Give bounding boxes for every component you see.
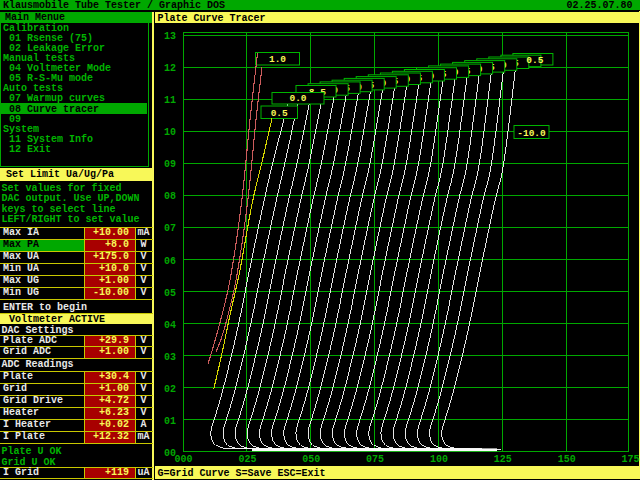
svg-text:025: 025 [238,454,256,465]
svg-text:01: 01 [164,416,176,427]
svg-text:0.5: 0.5 [526,55,543,66]
svg-text:06: 06 [164,256,176,267]
svg-text:050: 050 [302,454,320,465]
svg-text:02: 02 [164,384,176,395]
svg-text:075: 075 [366,454,384,465]
svg-text:0.0: 0.0 [289,93,306,104]
svg-text:1.0: 1.0 [269,54,286,65]
svg-text:05: 05 [164,288,176,299]
svg-text:150: 150 [558,454,576,465]
svg-text:03: 03 [164,352,176,363]
svg-text:-10.0: -10.0 [517,128,546,139]
svg-text:13: 13 [164,31,176,42]
svg-text:11: 11 [164,95,176,106]
svg-text:07: 07 [164,223,176,234]
svg-text:04: 04 [164,320,176,331]
svg-text:0.5: 0.5 [271,108,288,119]
svg-text:175: 175 [621,454,639,465]
svg-text:12: 12 [164,63,176,74]
svg-text:125: 125 [494,454,512,465]
svg-text:09: 09 [164,159,176,170]
svg-text:000: 000 [174,454,192,465]
svg-text:08: 08 [164,191,176,202]
svg-text:10: 10 [164,127,176,138]
svg-text:100: 100 [430,454,448,465]
